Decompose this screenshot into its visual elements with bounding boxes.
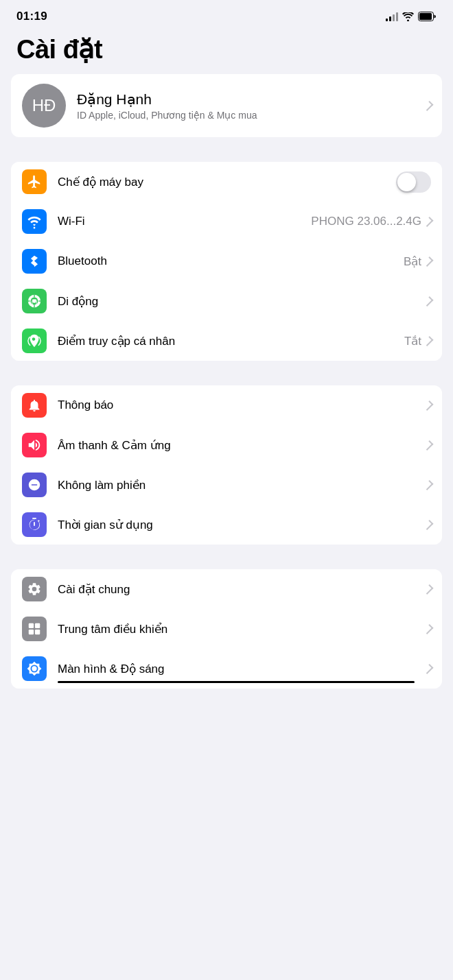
- avatar: HĐ: [22, 84, 66, 128]
- profile-group: HĐ Đặng Hạnh ID Apple, iCloud, Phương ti…: [11, 74, 442, 137]
- general-content: Cài đặt chung: [58, 582, 431, 597]
- airplane-content: Chế độ máy bay: [58, 171, 431, 193]
- general-label: Cài đặt chung: [58, 582, 130, 597]
- general-icon: [27, 582, 42, 597]
- screentime-chevron: [423, 520, 434, 530]
- signal-icon: [386, 12, 398, 21]
- airplane-icon: [27, 174, 42, 189]
- bluetooth-label: Bluetooth: [58, 254, 107, 268]
- controlcenter-icon-wrap: [22, 617, 47, 641]
- cellular-row[interactable]: ((·)) Di động: [11, 281, 442, 321]
- page-header: Cài đặt: [0, 29, 453, 74]
- wifi-value: PHONG 23.06...2.4G: [311, 215, 421, 228]
- hotspot-icon-wrap: [22, 328, 47, 353]
- notifications-content: Thông báo: [58, 398, 431, 412]
- airplane-label: Chế độ máy bay: [58, 175, 143, 189]
- screentime-icon: [27, 517, 42, 532]
- cellular-icon: ((·)): [27, 294, 42, 309]
- screentime-row[interactable]: Thời gian sử dụng: [11, 505, 442, 545]
- status-icons: [386, 12, 437, 21]
- status-bar: 01:19: [0, 0, 453, 29]
- svg-rect-1: [419, 13, 432, 20]
- cellular-content: Di động: [58, 294, 431, 309]
- wifi-content: Wi-Fi PHONG 23.06...2.4G: [58, 215, 431, 228]
- cellular-right: [424, 297, 431, 306]
- sounds-right: [424, 441, 431, 450]
- notifications-row[interactable]: Thông báo: [11, 385, 442, 425]
- donotdisturb-row[interactable]: Không làm phiền: [11, 465, 442, 505]
- status-time: 01:19: [16, 10, 47, 23]
- display-row[interactable]: Màn hình & Độ sáng: [11, 649, 442, 689]
- bluetooth-icon: [28, 254, 40, 269]
- battery-status-icon: [418, 12, 437, 21]
- hotspot-content: Điểm truy cập cá nhân Tắt: [58, 334, 431, 348]
- notifications-group: Thông báo Âm thanh & Cảm ứng: [11, 385, 442, 545]
- screentime-icon-wrap: [22, 512, 47, 537]
- controlcenter-content: Trung tâm điều khiển: [58, 622, 431, 636]
- screentime-right: [424, 521, 431, 529]
- controlcenter-right: [424, 625, 431, 634]
- hotspot-value: Tắt: [404, 334, 421, 348]
- notifications-icon-wrap: [22, 393, 47, 418]
- display-label: Màn hình & Độ sáng: [58, 662, 165, 676]
- profile-section: HĐ Đặng Hạnh ID Apple, iCloud, Phương ti…: [0, 74, 453, 137]
- sounds-icon: [27, 438, 42, 453]
- general-right: [424, 585, 431, 594]
- cellular-icon-wrap: ((·)): [22, 289, 47, 313]
- profile-name: Đặng Hạnh: [77, 91, 424, 108]
- donotdisturb-right: [424, 481, 431, 490]
- controlcenter-row[interactable]: Trung tâm điều khiển: [11, 609, 442, 649]
- airplane-toggle-knob: [397, 173, 416, 191]
- connectivity-group: Chế độ máy bay Wi-Fi PHONG 23.06...2.4G: [11, 162, 442, 361]
- donotdisturb-content: Không làm phiền: [58, 478, 431, 492]
- sounds-icon-wrap: [22, 433, 47, 457]
- general-chevron: [423, 584, 434, 595]
- display-content: Màn hình & Độ sáng: [58, 662, 431, 676]
- profile-info: Đặng Hạnh ID Apple, iCloud, Phương tiện …: [77, 91, 424, 121]
- profile-chevron: [423, 101, 434, 111]
- controlcenter-chevron: [423, 624, 434, 634]
- sounds-row[interactable]: Âm thanh & Cảm ứng: [11, 425, 442, 465]
- hotspot-right: Tắt: [404, 334, 431, 348]
- notifications-right: [424, 401, 431, 410]
- airplane-row[interactable]: Chế độ máy bay: [11, 162, 442, 202]
- sounds-label: Âm thanh & Cảm ứng: [58, 438, 171, 453]
- notifications-icon: [27, 398, 42, 413]
- display-chevron: [423, 664, 434, 674]
- bluetooth-icon-wrap: [22, 249, 47, 274]
- screentime-label: Thời gian sử dụng: [58, 518, 153, 532]
- wifi-chevron: [423, 217, 434, 227]
- bluetooth-value: Bật: [404, 254, 421, 269]
- svg-rect-8: [29, 630, 34, 634]
- airplane-toggle[interactable]: [396, 171, 431, 193]
- cellular-label: Di động: [58, 294, 98, 309]
- screentime-content: Thời gian sử dụng: [58, 518, 431, 532]
- notifications-chevron: [423, 401, 434, 411]
- profile-row[interactable]: HĐ Đặng Hạnh ID Apple, iCloud, Phương ti…: [11, 74, 442, 137]
- donotdisturb-label: Không làm phiền: [58, 478, 146, 492]
- donotdisturb-icon: [27, 477, 42, 492]
- page-title: Cài đặt: [16, 34, 437, 64]
- profile-subtitle: ID Apple, iCloud, Phương tiện & Mục mua: [77, 110, 424, 121]
- hotspot-label: Điểm truy cập cá nhân: [58, 334, 175, 348]
- wifi-right: PHONG 23.06...2.4G: [311, 215, 431, 228]
- controlcenter-label: Trung tâm điều khiển: [58, 622, 167, 636]
- notifications-label: Thông báo: [58, 398, 113, 412]
- hotspot-row[interactable]: Điểm truy cập cá nhân Tắt: [11, 321, 442, 361]
- wifi-icon: [27, 214, 42, 229]
- notifications-section: Thông báo Âm thanh & Cảm ứng: [0, 385, 453, 545]
- wifi-status-icon: [402, 12, 414, 21]
- bluetooth-chevron: [423, 256, 434, 267]
- general-row[interactable]: Cài đặt chung: [11, 569, 442, 609]
- wifi-icon-wrap: [22, 209, 47, 234]
- svg-rect-6: [29, 623, 34, 628]
- airplane-icon-wrap: [22, 169, 47, 194]
- hotspot-chevron: [423, 336, 434, 346]
- general-icon-wrap: [22, 577, 47, 601]
- svg-rect-9: [35, 630, 40, 634]
- controlcenter-icon: [27, 621, 42, 636]
- display-right: [424, 665, 431, 673]
- wifi-row[interactable]: Wi-Fi PHONG 23.06...2.4G: [11, 202, 442, 241]
- bluetooth-row[interactable]: Bluetooth Bật: [11, 241, 442, 281]
- donotdisturb-icon-wrap: [22, 473, 47, 497]
